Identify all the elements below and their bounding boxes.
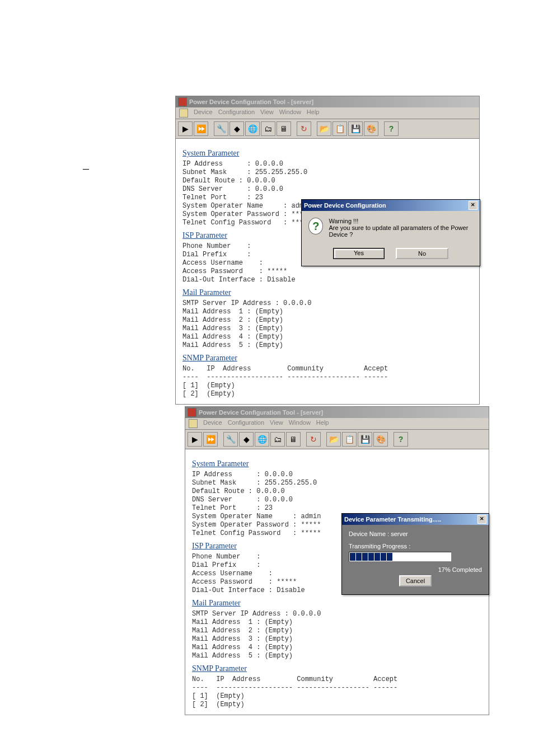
section-system: System Parameter — [192, 459, 482, 468]
palette-icon[interactable]: 🎨 — [373, 432, 388, 447]
toolbar-sep — [322, 433, 325, 446]
menu-window[interactable]: Window — [279, 109, 301, 118]
menu-configuration[interactable]: Configuration — [218, 109, 255, 118]
toolbar-sep — [209, 122, 213, 135]
menu-view[interactable]: View — [270, 419, 283, 428]
section-snmp: SNMP Parameter — [182, 354, 472, 363]
toolbar-btn-5[interactable]: 🌐 — [245, 121, 260, 136]
dialog-title: Device Parameter Transmiting..... — [344, 516, 441, 523]
menu-window[interactable]: Window — [289, 419, 311, 428]
section-system: System Parameter — [182, 149, 472, 158]
toolbar-btn-4[interactable]: ◆ — [229, 121, 244, 136]
window-title: Power Device Configuration Tool - [serve… — [199, 409, 323, 416]
snmp-header: No. IP Address Community Accept — [192, 675, 482, 683]
mail4-row: Mail Address 4 : (Empty) — [192, 644, 482, 651]
refresh-icon[interactable]: ↻ — [306, 432, 321, 447]
mail3-row: Mail Address 3 : (Empty) — [182, 325, 472, 332]
refresh-icon[interactable]: ↻ — [297, 121, 311, 136]
save-icon[interactable]: 💾 — [348, 121, 363, 136]
menu-view[interactable]: View — [260, 109, 274, 118]
subnet-row: Subnet Mask : 255.255.255.0 — [192, 479, 482, 487]
app-icon — [188, 408, 196, 417]
dns-row: DNS Server : 0.0.0.0 — [192, 496, 482, 504]
route-row: Default Route : 0.0.0.0 — [182, 177, 472, 185]
menu-device[interactable]: Device — [194, 109, 213, 118]
menu-configuration[interactable]: Configuration — [228, 419, 264, 428]
toolbar-btn-6[interactable]: 🗂 — [270, 432, 285, 447]
snmp-row-1: [ 1] (Empty) — [182, 382, 472, 389]
toolbar-btn-7[interactable]: 🖥 — [286, 432, 301, 447]
window-title: Power Device Configuration Tool - [serve… — [189, 98, 313, 105]
toolbar-btn-5[interactable]: 🌐 — [255, 432, 269, 447]
dial-row: Dial-Out Interface : Disable — [182, 276, 472, 284]
toolbar-sep — [292, 122, 296, 135]
snmp-row-2: [ 2] (Empty) — [192, 701, 482, 708]
toolbar-btn-1[interactable]: ▶ — [188, 432, 202, 447]
close-icon[interactable]: ✕ — [477, 515, 486, 524]
smtp-row: SMTP Server IP Address : 0.0.0.0 — [182, 299, 472, 307]
menu-help[interactable]: Help — [307, 109, 320, 118]
toolbar-btn-2[interactable]: ⏩ — [194, 121, 208, 136]
help-icon[interactable]: ? — [394, 432, 408, 447]
progress-dialog: Device Parameter Transmiting..... ✕ Devi… — [341, 513, 489, 595]
no-button[interactable]: No — [396, 248, 448, 259]
progress-label: Transmiting Progress : — [349, 543, 482, 550]
submenu-icon — [189, 419, 198, 428]
mail1-row: Mail Address 1 : (Empty) — [192, 618, 482, 626]
close-icon[interactable]: ✕ — [469, 201, 477, 210]
dialog-warning: Warning !!! — [329, 218, 473, 224]
toolbar-sep — [380, 122, 383, 135]
palette-icon[interactable]: 🎨 — [364, 121, 378, 136]
subnet-row: Subnet Mask : 255.255.255.0 — [182, 168, 472, 176]
save-icon[interactable]: 💾 — [358, 432, 372, 447]
progress-bar — [349, 552, 452, 562]
section-mail: Mail Parameter — [192, 599, 482, 608]
toolbar-sep — [389, 433, 392, 446]
toolbar-btn-3[interactable]: 🔧 — [214, 121, 228, 136]
cancel-button[interactable]: Cancel — [399, 575, 432, 586]
dialog-title: Power Device Configuration — [304, 202, 386, 209]
yes-button[interactable]: Yes — [333, 248, 385, 259]
mail5-row: Mail Address 5 : (Empty) — [182, 341, 472, 349]
device-name-line: Device Name : server — [349, 530, 482, 537]
clipboard-icon[interactable]: 📋 — [332, 121, 347, 136]
dialog-titlebar[interactable]: Device Parameter Transmiting..... ✕ — [342, 514, 489, 525]
section-snmp: SNMP Parameter — [192, 664, 482, 673]
toolbar-btn-4[interactable]: ◆ — [239, 432, 254, 447]
toolbar-sep — [312, 122, 316, 135]
toolbar: ▶ ⏩ 🔧 ◆ 🌐 🗂 🖥 ↻ 📂 📋 💾 🎨 ? — [185, 430, 489, 449]
progress-percent: 17% Completed — [349, 566, 482, 573]
toolbar-btn-3[interactable]: 🔧 — [223, 432, 238, 447]
mail1-row: Mail Address 1 : (Empty) — [182, 308, 472, 316]
menubar: Device Configuration View Window Help — [176, 107, 479, 119]
mail4-row: Mail Address 4 : (Empty) — [182, 333, 472, 341]
snmp-header: No. IP Address Community Accept — [182, 365, 472, 373]
smtp-row: SMTP Server IP Address : 0.0.0.0 — [192, 610, 482, 618]
open-icon[interactable]: 📂 — [317, 121, 331, 136]
mail5-row: Mail Address 5 : (Empty) — [192, 652, 482, 660]
dns-row: DNS Server : 0.0.0.0 — [182, 185, 472, 193]
dialog-message: Are you sure to update all paramaters of… — [329, 224, 473, 238]
snmp-divider: ---- ------------------- ---------------… — [192, 684, 482, 692]
snmp-divider: ---- ------------------- ---------------… — [182, 373, 472, 381]
help-icon[interactable]: ? — [384, 121, 399, 136]
menu-device[interactable]: Device — [203, 419, 222, 428]
toolbar-btn-2[interactable]: ⏩ — [203, 432, 218, 447]
toolbar: ▶ ⏩ 🔧 ◆ 🌐 🗂 🖥 ↻ 📂 📋 💾 🎨 ? — [176, 119, 479, 139]
telnet-row: Telnet Port : 23 — [192, 504, 482, 512]
toolbar-sep — [302, 433, 305, 446]
dash: — — [83, 166, 89, 172]
toolbar-btn-1[interactable]: ▶ — [178, 121, 193, 136]
section-mail: Mail Parameter — [182, 288, 472, 297]
open-icon[interactable]: 📂 — [326, 432, 341, 447]
window-titlebar[interactable]: Power Device Configuration Tool - [serve… — [176, 96, 479, 107]
confirm-dialog: Power Device Configuration ✕ ? Warning !… — [301, 199, 480, 266]
window-titlebar[interactable]: Power Device Configuration Tool - [serve… — [185, 407, 489, 418]
menu-help[interactable]: Help — [316, 419, 329, 428]
toolbar-btn-6[interactable]: 🗂 — [261, 121, 275, 136]
menubar: Device Configuration View Window Help — [185, 418, 489, 430]
clipboard-icon[interactable]: 📋 — [342, 432, 357, 447]
dialog-titlebar[interactable]: Power Device Configuration ✕ — [302, 200, 480, 211]
app-icon — [178, 97, 187, 106]
toolbar-btn-7[interactable]: 🖥 — [277, 121, 291, 136]
